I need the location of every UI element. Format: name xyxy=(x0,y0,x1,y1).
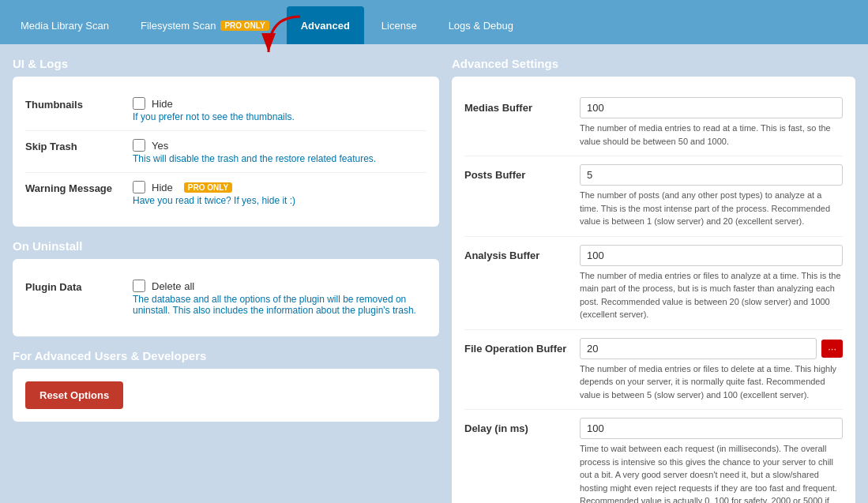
posts-buffer-label: Posts Buffer xyxy=(464,164,567,181)
warning-message-row: Warning Message Hide PRO ONLY Have you r… xyxy=(25,173,426,214)
thumbnails-label: Thumbnails xyxy=(25,97,120,111)
posts-buffer-control: The number of posts (and any other post … xyxy=(580,164,843,228)
tab-bar: Media Library ScanFilesystem ScanPRO ONL… xyxy=(0,0,868,44)
on-uninstall-card: Plugin Data Delete all The database and … xyxy=(13,259,439,336)
thumbnails-checkbox[interactable] xyxy=(133,97,145,110)
skip-trash-desc: This will disable the trash and the rest… xyxy=(133,153,426,164)
plugin-data-value: Delete all xyxy=(152,280,194,292)
posts-buffer-desc: The number of posts (and any other post … xyxy=(580,189,843,228)
tab-filesystem-scan[interactable]: Filesystem ScanPRO ONLY xyxy=(126,6,284,44)
medias-buffer-label: Medias Buffer xyxy=(464,97,567,114)
medias-buffer-desc: The number of media entries to read at a… xyxy=(580,122,843,148)
skip-trash-checkbox[interactable] xyxy=(133,139,145,152)
reset-options-button[interactable]: Reset Options xyxy=(25,381,123,409)
ui-logs-section: UI & Logs Thumbnails Hide If you prefer … xyxy=(13,57,439,227)
warning-message-control: Hide PRO ONLY Have you read it twice? If… xyxy=(133,181,426,206)
delay-label: Delay (in ms) xyxy=(464,418,567,434)
analysis-buffer-desc: The number of media entries or files to … xyxy=(580,269,843,321)
file-operation-buffer-desc: The number of media entries or files to … xyxy=(580,362,843,402)
skip-trash-label: Skip Trash xyxy=(25,139,120,152)
thumbnails-row: Thumbnails Hide If you prefer not to see… xyxy=(25,89,426,131)
warning-message-value: Hide xyxy=(152,182,173,193)
on-uninstall-section: On Uninstall Plugin Data Delete all The … xyxy=(13,239,439,336)
plugin-data-row: Plugin Data Delete all The database and … xyxy=(25,272,426,324)
advanced-users-card: Reset Options xyxy=(13,369,439,422)
tab-advanced[interactable]: Advanced xyxy=(287,6,364,44)
advanced-users-section: For Advanced Users & Developers Reset Op… xyxy=(13,349,439,422)
on-uninstall-title: On Uninstall xyxy=(13,239,439,253)
delay-control: Time to wait between each request (in mi… xyxy=(580,418,843,503)
thumbnails-value: Hide xyxy=(152,98,173,110)
posts-buffer-row: Posts Buffer The number of posts (and an… xyxy=(464,156,843,237)
advanced-settings-card: Medias Buffer The number of media entrie… xyxy=(452,77,855,503)
delay-row: Delay (in ms) Time to wait between each … xyxy=(464,410,843,503)
analysis-buffer-input[interactable] xyxy=(580,245,843,266)
tab-media-library-scan[interactable]: Media Library Scan xyxy=(6,6,123,44)
warning-message-checkbox[interactable] xyxy=(133,181,145,193)
file-operation-buffer-control: ··· The number of media entries or files… xyxy=(580,338,843,402)
file-operation-buffer-input[interactable] xyxy=(580,338,817,359)
file-operation-extra-button[interactable]: ··· xyxy=(821,340,843,358)
warning-message-desc: Have you read it twice? If yes, hide it … xyxy=(133,195,426,206)
main-content: UI & Logs Thumbnails Hide If you prefer … xyxy=(0,44,868,503)
analysis-buffer-label: Analysis Buffer xyxy=(464,245,567,261)
medias-buffer-control: The number of media entries to read at a… xyxy=(580,97,843,148)
plugin-data-checkbox[interactable] xyxy=(133,280,145,292)
analysis-buffer-row: Analysis Buffer The number of media entr… xyxy=(464,237,843,330)
skip-trash-value: Yes xyxy=(152,140,168,152)
plugin-data-desc: The database and all the options of the … xyxy=(133,294,426,316)
medias-buffer-input[interactable] xyxy=(580,97,843,118)
advanced-settings-title: Advanced Settings xyxy=(452,57,855,70)
file-operation-buffer-row: File Operation Buffer ··· The number of … xyxy=(464,330,843,411)
posts-buffer-input[interactable] xyxy=(580,164,843,186)
plugin-data-label: Plugin Data xyxy=(25,280,120,293)
warning-message-label: Warning Message xyxy=(25,181,120,194)
pro-badge-filesystem-scan: PRO ONLY xyxy=(220,21,269,31)
left-panel: UI & Logs Thumbnails Hide If you prefer … xyxy=(13,57,439,490)
advanced-users-title: For Advanced Users & Developers xyxy=(13,349,439,362)
file-operation-buffer-label: File Operation Buffer xyxy=(464,338,567,355)
thumbnails-desc: If you prefer not to see the thumbnails. xyxy=(133,111,426,122)
plugin-data-control: Delete all The database and all the opti… xyxy=(133,280,426,316)
tab-license[interactable]: License xyxy=(367,6,431,44)
tab-logs-debug[interactable]: Logs & Debug xyxy=(434,6,528,44)
skip-trash-control: Yes This will disable the trash and the … xyxy=(133,139,426,164)
delay-desc: Time to wait between each request (in mi… xyxy=(580,442,843,503)
ui-logs-card: Thumbnails Hide If you prefer not to see… xyxy=(13,77,439,227)
delay-input[interactable] xyxy=(580,418,843,439)
analysis-buffer-control: The number of media entries or files to … xyxy=(580,245,843,321)
thumbnails-control: Hide If you prefer not to see the thumbn… xyxy=(133,97,426,122)
medias-buffer-row: Medias Buffer The number of media entrie… xyxy=(464,89,843,156)
skip-trash-row: Skip Trash Yes This will disable the tra… xyxy=(25,131,426,173)
right-panel: Advanced Settings Medias Buffer The numb… xyxy=(452,57,855,490)
warning-message-pro-badge: PRO ONLY xyxy=(184,182,232,193)
ui-logs-title: UI & Logs xyxy=(13,57,439,70)
